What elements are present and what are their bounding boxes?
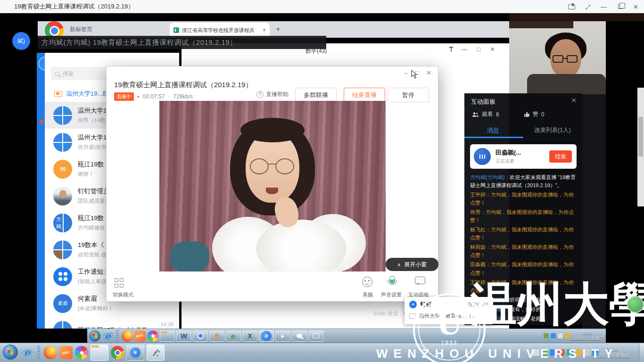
close-icon[interactable]: ✕ bbox=[490, 46, 495, 53]
live-bitrate: 726kb/s bbox=[173, 93, 193, 100]
quad-avatar-icon bbox=[53, 321, 72, 329]
photo-avatar-icon bbox=[53, 187, 72, 206]
dingtalk-icon[interactable] bbox=[126, 345, 144, 361]
dingtalk-icon: ✈ bbox=[409, 301, 417, 308]
start-icon[interactable] bbox=[3, 345, 18, 360]
live-badge: 直播中 bbox=[114, 92, 134, 101]
tab-newtab[interactable]: 新标签页 bbox=[70, 25, 92, 33]
message-input-hint[interactable]: Enter 发送，Ct bbox=[374, 310, 408, 317]
live-help[interactable]: ? 直播帮助 bbox=[256, 90, 289, 99]
wechat-icon[interactable] bbox=[292, 330, 307, 342]
green-e-icon[interactable] bbox=[226, 330, 241, 342]
minimize-icon[interactable]: — bbox=[601, 4, 607, 10]
minimize-icon[interactable]: – bbox=[404, 69, 407, 76]
share-title: 方均斌(方均斌) 19教育硕士网上直播课程调试（2019.2.19） bbox=[41, 38, 237, 47]
firefox-icon[interactable] bbox=[44, 346, 57, 359]
pin-icon[interactable] bbox=[451, 48, 452, 52]
tab-close-icon[interactable]: × bbox=[263, 27, 266, 33]
ie-icon[interactable] bbox=[20, 346, 33, 359]
multi-group-button[interactable]: 多群联播 bbox=[295, 88, 337, 102]
help-icon: ? bbox=[256, 91, 264, 98]
tray-icon[interactable] bbox=[558, 333, 563, 338]
tray-icon[interactable] bbox=[575, 349, 582, 356]
fullscreen-icon[interactable]: ⤢ bbox=[586, 4, 590, 10]
user-avatar[interactable]: 斌) bbox=[12, 32, 30, 50]
tray-icon[interactable] bbox=[550, 349, 556, 356]
sound-settings-icon[interactable] bbox=[389, 276, 395, 284]
chevron-up-icon: ∧ bbox=[397, 262, 401, 267]
scrollbar[interactable] bbox=[637, 88, 644, 206]
explorer-icon[interactable] bbox=[160, 330, 175, 342]
list-item[interactable]: 瓯江学院17数本《中学数14:39 bbox=[45, 317, 179, 329]
app-titlebar: 19教育硕士网上直播课程调试（2019.2.19） ⤢ — ✕ bbox=[0, 0, 644, 13]
media-icon[interactable] bbox=[275, 330, 290, 342]
photo-icon[interactable] bbox=[209, 330, 224, 342]
floating-green-badge[interactable] bbox=[627, 296, 644, 313]
explorer-icon[interactable] bbox=[91, 345, 108, 361]
tv-icon[interactable] bbox=[308, 330, 323, 342]
firefox-icon[interactable] bbox=[122, 330, 133, 342]
tray-icon[interactable] bbox=[551, 333, 556, 338]
split-avatar-icon: 方斌 bbox=[53, 214, 72, 232]
mic-user-card: 田淼颖(... 正在连麦 结束 bbox=[470, 144, 577, 169]
excel-icon[interactable] bbox=[242, 330, 257, 342]
chat-preview: 张升湛(张升 bbox=[78, 144, 107, 151]
panel-title: 互动面板 bbox=[471, 98, 495, 106]
word-icon[interactable] bbox=[176, 330, 191, 342]
sep-icon[interactable] bbox=[116, 330, 119, 342]
restore-icon[interactable] bbox=[618, 4, 623, 9]
interactive-panel: 互动面板 ✕ 观看 6 赞 0 消息 连麦列表(1人) 田淼颖(... 正在连麦… bbox=[464, 93, 582, 325]
picture-frame bbox=[509, 21, 573, 28]
rail-avatar[interactable] bbox=[38, 57, 45, 71]
tab-mic-list[interactable]: 连麦列表(1人) bbox=[534, 126, 571, 134]
beauty-icon[interactable] bbox=[362, 277, 372, 287]
close-icon[interactable]: ✕ bbox=[571, 97, 577, 104]
screen: 19教育硕士网上直播课程调试（2019.2.19） ⤢ — ✕ 斌) 新标签页 … bbox=[0, 0, 644, 362]
dingtalk-icon[interactable] bbox=[259, 330, 274, 342]
chat-message: 王宇婷：方均斌，我来围观你的直播啦，为你点赞！ bbox=[470, 279, 577, 295]
message-text: 没有，挺好的 bbox=[510, 306, 541, 312]
tray-icon[interactable] bbox=[533, 349, 539, 356]
tray-icon[interactable] bbox=[567, 349, 573, 356]
pdf-icon[interactable] bbox=[59, 346, 73, 359]
pdf-icon[interactable] bbox=[134, 330, 146, 342]
notification-item[interactable]: 温州大学19教育硕…（… 6 bbox=[409, 313, 488, 320]
start-icon[interactable] bbox=[89, 330, 100, 342]
tray-icon[interactable] bbox=[558, 349, 565, 356]
chrome-icon[interactable] bbox=[193, 330, 208, 342]
tray-icon[interactable] bbox=[544, 333, 549, 338]
chrome-icon[interactable] bbox=[111, 346, 124, 359]
switch-mode-icon[interactable] bbox=[115, 278, 124, 288]
end-live-button[interactable]: 结束直播 bbox=[344, 88, 385, 102]
sep-icon[interactable] bbox=[37, 346, 40, 359]
message-text: 很流畅，老师 bbox=[510, 316, 541, 321]
maximize-icon[interactable]: □ bbox=[477, 46, 480, 53]
pinwheel-icon[interactable] bbox=[75, 346, 88, 359]
ie-icon[interactable] bbox=[102, 330, 113, 342]
tray-icon[interactable] bbox=[541, 349, 548, 356]
end-mic-button[interactable]: 结束 bbox=[549, 150, 572, 163]
minimize-icon[interactable]: — bbox=[461, 46, 467, 53]
orange-mail-avatar-icon bbox=[53, 160, 72, 179]
tray-icon[interactable] bbox=[565, 333, 570, 338]
share-title-strip: 方均斌(方均斌) 19教育硕士网上直播课程调试（2019.2.19） bbox=[38, 36, 326, 49]
tab-messages[interactable]: 消息 bbox=[487, 126, 499, 135]
like-count: 赞 0 bbox=[524, 110, 545, 118]
close-icon[interactable]: ✕ bbox=[633, 4, 638, 10]
search-icon bbox=[55, 72, 59, 76]
interactive-panel-icon[interactable]: ··· bbox=[415, 277, 425, 284]
new-tab-button[interactable]: + bbox=[276, 25, 281, 34]
show-desktop-button[interactable] bbox=[639, 343, 644, 362]
text-avatar-icon: 素眉 bbox=[53, 294, 72, 313]
chat-texts: 钉钉管理员团队成员退出 bbox=[78, 187, 110, 205]
expand-small-window-button[interactable]: ∧ 展开小窗 bbox=[386, 258, 438, 271]
chat-texts: 温州大学1何秀（14数 bbox=[78, 107, 107, 124]
cancel-flash-button[interactable]: 取消闪动 bbox=[468, 301, 488, 308]
pause-button[interactable]: 暂停 bbox=[388, 88, 429, 102]
notification-popup[interactable]: ✈ 钉钉 取消闪动 温州大学19教育硕…（… 6 bbox=[405, 297, 493, 324]
close-icon[interactable]: ✕ bbox=[426, 69, 431, 76]
clock-inner: 19:38 2020/2/19 星期三 bbox=[571, 330, 604, 341]
palette-icon[interactable] bbox=[147, 345, 165, 361]
screen-share-icon[interactable] bbox=[568, 4, 575, 9]
pinwheel-icon[interactable] bbox=[147, 330, 158, 342]
